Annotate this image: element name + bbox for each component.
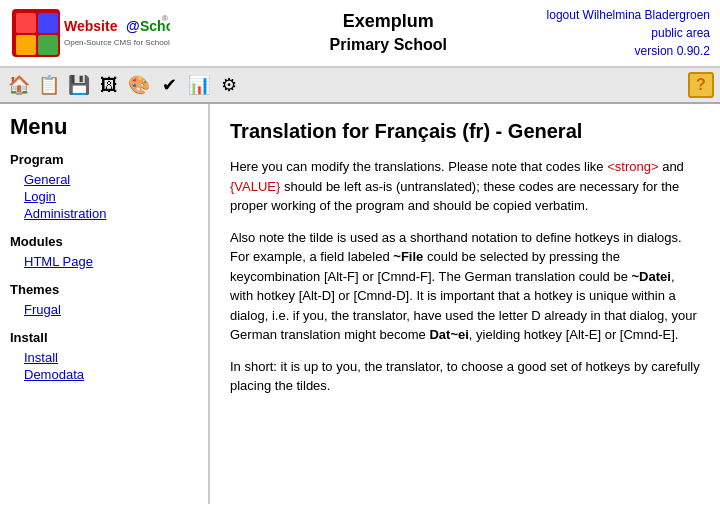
school-name: Primary School (230, 34, 547, 56)
svg-text:®: ® (162, 14, 168, 23)
tilde-file: ~File (393, 249, 423, 264)
save-icon[interactable]: 💾 (66, 72, 92, 98)
svg-rect-2 (38, 13, 58, 33)
code-strong: <strong> (607, 159, 658, 174)
code-value: {VALUE} (230, 179, 280, 194)
tilde-datei2: Dat~ei (429, 327, 468, 342)
area-info: public area (651, 26, 710, 40)
page-title: Translation for Français (fr) - General (230, 120, 700, 143)
sidebar-section-install: Install (10, 330, 198, 345)
menu-title: Menu (10, 114, 198, 140)
sidebar-section-program: Program (10, 152, 198, 167)
sidebar-item-html-page[interactable]: HTML Page (10, 253, 198, 270)
color-icon[interactable]: 🎨 (126, 72, 152, 98)
sidebar-item-demodata[interactable]: Demodata (10, 366, 198, 383)
svg-rect-1 (16, 13, 36, 33)
svg-text:Website: Website (64, 18, 118, 34)
content-paragraph-1: Here you can modify the translations. Pl… (230, 157, 700, 216)
header: Website @ School Open-Source CMS for Sch… (0, 0, 720, 68)
home-icon[interactable]: 🏠 (6, 72, 32, 98)
user-area: logout Wilhelmina Bladergroen public are… (547, 6, 710, 60)
logo-icon: Website @ School Open-Source CMS for Sch… (10, 7, 170, 59)
content-paragraph-3: In short: it is up to you, the translato… (230, 357, 700, 396)
check-icon[interactable]: ✔ (156, 72, 182, 98)
sidebar-item-login[interactable]: Login (10, 188, 198, 205)
chart-icon[interactable]: 📊 (186, 72, 212, 98)
version-info: version 0.90.2 (635, 44, 710, 58)
svg-text:@: @ (126, 18, 140, 34)
content-area: Translation for Français (fr) - General … (210, 104, 720, 504)
settings-icon[interactable]: ⚙ (216, 72, 242, 98)
site-name: Exemplum (230, 9, 547, 34)
sidebar-item-general[interactable]: General (10, 171, 198, 188)
sidebar-section-modules: Modules (10, 234, 198, 249)
sidebar-item-install[interactable]: Install (10, 349, 198, 366)
sidebar-section-themes: Themes (10, 282, 198, 297)
sidebar-item-frugal[interactable]: Frugal (10, 301, 198, 318)
tilde-datei: ~Datei (631, 269, 670, 284)
main-layout: Menu Program General Login Administratio… (0, 104, 720, 504)
help-button[interactable]: ? (688, 72, 714, 98)
sidebar: Menu Program General Login Administratio… (0, 104, 210, 504)
logo-area: Website @ School Open-Source CMS for Sch… (10, 7, 230, 59)
content-paragraph-2: Also note the tilde is used as a shortha… (230, 228, 700, 345)
svg-text:Open-Source CMS for Schools: Open-Source CMS for Schools (64, 38, 170, 47)
logout-link[interactable]: logout Wilhelmina Bladergroen (547, 8, 710, 22)
svg-rect-4 (38, 35, 58, 55)
image-icon[interactable]: 🖼 (96, 72, 122, 98)
svg-rect-3 (16, 35, 36, 55)
sidebar-item-administration[interactable]: Administration (10, 205, 198, 222)
toolbar: 🏠 📋 💾 🖼 🎨 ✔ 📊 ⚙ ? (0, 68, 720, 104)
file-icon[interactable]: 📋 (36, 72, 62, 98)
site-title-area: Exemplum Primary School (230, 9, 547, 57)
